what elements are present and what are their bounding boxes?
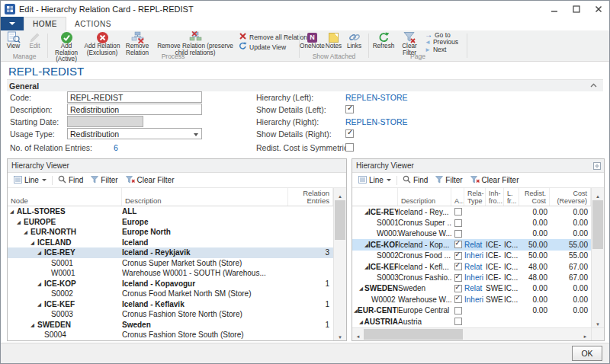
active-checkbox[interactable] [454,252,462,260]
active-checkbox[interactable] [454,295,462,303]
active-checkbox[interactable] [454,241,462,248]
view-button[interactable]: View [2,30,24,50]
tree-row-selected[interactable]: ICE-REYIceland - Reykjavik3 [8,247,333,258]
tree-row[interactable]: ALL-STORESALL [8,206,333,217]
active-checkbox[interactable] [454,307,462,315]
clear-filter-button[interactable]: Clear Filter [467,173,523,187]
expand-icon[interactable] [24,228,30,236]
previous-button[interactable]: Previous [422,39,464,46]
tree-row[interactable]: S0002Cronus Food Market North SM (Store) [8,289,333,299]
collapse-general-icon[interactable] [590,83,597,88]
hierarchy-left-link[interactable]: REPLEN-STORE [345,93,408,102]
scroll-left-button[interactable] [352,328,364,340]
refresh-button[interactable]: Refresh [371,30,396,50]
column-header-active[interactable]: A... [451,188,464,206]
usage-type-select[interactable]: Redistribution [67,128,202,139]
tree-row[interactable]: S0003Cronus Fashion Store North (Store) [8,309,333,320]
expand-icon[interactable] [364,263,368,271]
column-header-node[interactable]: Node [8,188,122,206]
column-header-inherited-from[interactable]: Inh- fro... [486,188,504,206]
column-header-level-from[interactable]: L. fr... [504,188,519,206]
expand-icon[interactable] [37,248,44,257]
goto-button[interactable]: Go to [422,31,464,39]
expand-icon[interactable] [30,321,37,329]
scroll-down-button[interactable] [334,329,346,340]
code-input[interactable] [67,91,202,103]
scroll-down-button[interactable] [592,316,604,327]
relation-row-selected[interactable]: ICE-KOPIceland - Kop...RelatICE-IC...50.… [352,239,591,250]
onenote-button[interactable]: OneNote [301,30,323,50]
active-checkbox[interactable] [454,230,462,238]
tree-row[interactable]: S0001Cronus Super Market South (Store) [8,258,333,269]
panel-options-icon[interactable] [593,162,601,170]
general-section-header[interactable]: General [7,79,603,91]
expand-icon[interactable] [30,238,37,247]
redist-cost-symmetric-checkbox[interactable] [345,143,354,152]
tree-row[interactable]: ICELANDIceland [8,238,333,248]
notes-button[interactable]: Notes [323,30,344,50]
links-button[interactable]: Links [344,30,364,50]
vertical-scrollbar[interactable] [333,188,346,340]
active-checkbox[interactable] [454,263,462,270]
find-button[interactable]: Find [399,173,432,187]
line-menu-button[interactable]: Line [355,173,395,187]
clear-filter-button[interactable]: Clear Filter [122,173,178,187]
filter-button[interactable]: Filter [87,173,121,187]
tab-actions[interactable]: ACTIONS [66,17,120,30]
relation-row[interactable]: W0001Warehouse W...0.000.00 [352,228,591,239]
titlebar[interactable]: Edit - Hierarchy Relation Card - REPL-RE… [1,1,609,17]
maximize-button[interactable] [565,1,587,17]
expand-icon[interactable] [10,207,17,216]
scrollbar-thumb[interactable] [592,200,603,249]
relation-entries-link[interactable]: 6 [114,143,118,152]
active-checkbox[interactable] [454,219,462,227]
relation-row[interactable]: ICE-KEFIceland - Kefl...RelatICE-IC...48… [352,261,591,272]
tree-row[interactable]: S0004Cronus Fashion Store South (Store) [8,330,333,340]
relation-row[interactable]: S0002Cronus Food ...InheriICE-IC...50.00… [352,251,591,261]
scrollbar-thumb[interactable] [364,329,463,340]
close-button[interactable] [587,1,609,17]
find-button[interactable]: Find [54,173,87,187]
tab-home[interactable]: HOME [24,17,66,30]
relation-row[interactable]: S0003Cronus Fashio...InheriICE-IC...48.0… [352,272,591,283]
relation-row[interactable]: AUSTRIAAustria [352,316,591,327]
minimize-button[interactable] [543,1,565,17]
tree-row[interactable]: ICE-KOPIceland - Kopavogur1 [8,279,333,289]
line-menu-button[interactable]: Line [10,173,50,187]
starting-date-input[interactable] [67,116,143,127]
relation-row[interactable]: W0002Warehouse W...InheriSWEIC...0.000.0… [352,294,591,305]
tree-row[interactable]: SWEDENSweden1 [8,320,333,330]
expand-icon[interactable] [359,284,364,292]
scroll-right-button[interactable] [580,328,591,340]
scroll-up-button[interactable] [334,188,346,200]
relation-type[interactable]: Relat [464,263,486,271]
relation-row[interactable]: EUR-CENTREurope Central0.000.00 [352,305,591,316]
relation-row[interactable]: ICE-REYIceland - Rey...0.000.00 [352,206,591,217]
column-header-redist-cost-reverse[interactable]: Redist. Cost (Reverse) [550,188,591,206]
tree-row[interactable]: EUR-NORTHEurope North [8,227,333,238]
next-button[interactable]: Next [422,46,464,53]
tree-row[interactable]: W0001Warehouse W0001 - SOUTH (Warehous..… [8,268,333,279]
relation-type[interactable]: Relat [464,241,486,249]
ok-button[interactable]: OK [572,346,602,361]
relation-type[interactable]: Relat [464,284,486,292]
horizontal-scrollbar[interactable] [352,327,591,340]
app-menu-button[interactable] [1,17,24,30]
description-input[interactable] [67,104,202,115]
column-header-relation-entries[interactable]: Relation Entries [288,188,333,206]
scrollbar-thumb[interactable] [335,200,345,240]
tree-row[interactable]: EUROPEEurope [8,217,333,228]
filter-button[interactable]: Filter [432,173,466,187]
expand-icon[interactable] [17,218,24,226]
relation-type[interactable]: Inheri [464,251,486,260]
active-checkbox[interactable] [454,208,462,216]
show-details-left-checkbox[interactable] [345,105,354,113]
expand-icon[interactable] [37,279,44,288]
update-view-button[interactable]: Update View [236,42,297,52]
active-checkbox[interactable] [454,285,462,292]
column-header-relation-type[interactable]: Rela- Type [464,188,486,206]
tree-row[interactable]: ICE-KEFIceland - Keflavik1 [8,299,333,310]
relation-type[interactable]: Inheri [464,295,486,304]
show-details-right-checkbox[interactable] [345,129,354,138]
hierarchy-right-link[interactable]: REPLEN-STORE [345,117,408,126]
